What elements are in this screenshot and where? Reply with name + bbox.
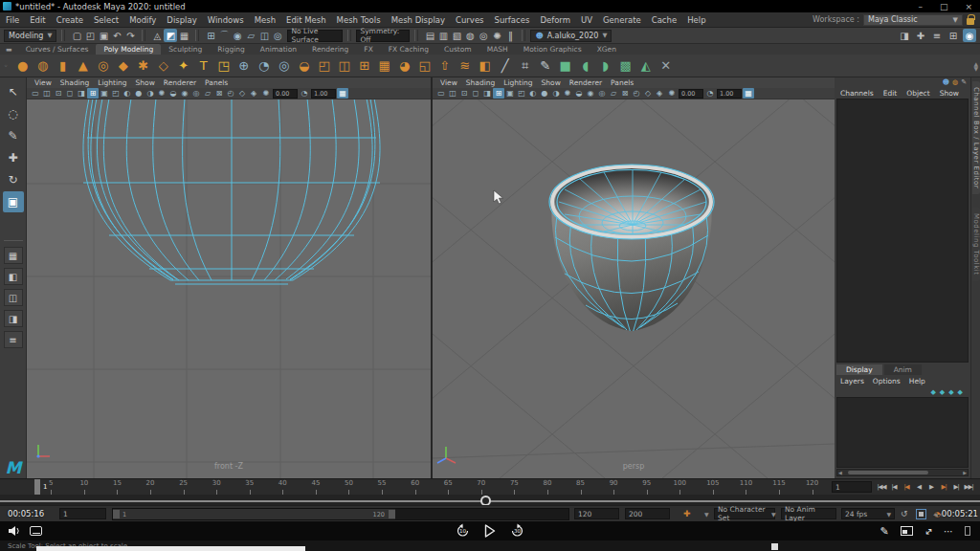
channel-box-menu-item[interactable]: Object <box>906 89 929 98</box>
shelf-tab[interactable]: Poly Modeling <box>96 44 161 55</box>
shelf-scroll[interactable]: ▲▼ <box>973 61 978 71</box>
picture-in-picture-icon[interactable] <box>901 526 913 536</box>
bookmark-icon[interactable]: ⊡ <box>458 88 470 99</box>
new-layer-from-selected-icon[interactable]: ◆ <box>958 388 963 396</box>
input-connections-icon[interactable]: ▤ <box>423 29 436 42</box>
auto-keyframe-icon[interactable] <box>916 509 926 519</box>
snap-view-icon[interactable]: ◫ <box>257 29 271 42</box>
viewport-menu-item[interactable]: Lighting <box>503 78 532 87</box>
xray-icon[interactable]: ◇ <box>236 88 248 99</box>
film-gate-icon[interactable]: ▣ <box>504 88 516 99</box>
shelf-options-icon[interactable]: ◦ <box>4 62 8 70</box>
fps-selector[interactable]: 24 fps▼ <box>841 508 895 519</box>
menu-item[interactable]: Edit <box>30 15 45 25</box>
four-view-layout[interactable]: ▦ <box>4 247 23 264</box>
anim-prefs-icon[interactable]: ◔ <box>934 510 941 518</box>
time-slider[interactable]: 5101520253035404550556065707580859095100… <box>0 478 980 495</box>
lighting-mode-icon[interactable]: ✺ <box>562 88 573 99</box>
attribute-editor-toggle-icon[interactable]: ◨ <box>898 29 911 42</box>
menu-set-selector[interactable]: Modeling▼ <box>4 30 56 42</box>
menu-item[interactable]: Surfaces <box>495 15 530 25</box>
forward-30-button[interactable]: 30 <box>510 523 525 539</box>
sweep-mesh-icon[interactable]: ✦ <box>174 56 192 75</box>
boolean-difference-icon[interactable]: ◖ <box>576 56 594 75</box>
tab-modeling-toolkit[interactable]: Modeling Toolkit <box>972 208 980 280</box>
layer-menu-item[interactable]: Help <box>909 377 925 386</box>
screen-ao-icon[interactable]: ◉ <box>179 88 190 99</box>
gamma-field[interactable]: 1.00 <box>717 89 742 99</box>
viewport-menu-item[interactable]: Show <box>542 78 561 87</box>
fullscreen-icon[interactable]: ↔ <box>922 524 935 538</box>
gamma-field[interactable]: 1.00 <box>311 89 336 99</box>
shelf-tab[interactable]: MASH <box>479 44 516 55</box>
field-chart-icon[interactable]: ◐ <box>122 88 133 99</box>
lit-toggle-icon[interactable]: ▦ <box>743 88 754 99</box>
shelf-tab[interactable]: FX <box>356 44 380 55</box>
quad-draw-icon[interactable]: ✎ <box>536 56 554 75</box>
playback-start-field[interactable]: 1 <box>59 508 106 519</box>
chevron-down-icon[interactable]: ▼ <box>771 511 776 518</box>
fill-hole-icon[interactable]: ▦ <box>375 56 393 75</box>
center-pivot-icon[interactable]: ◎ <box>275 56 293 75</box>
wireframe-on-shaded-icon[interactable]: ◈ <box>248 88 259 99</box>
menu-item[interactable]: Create <box>56 15 83 25</box>
symmetry-field[interactable]: Symmetry: Off <box>356 30 410 42</box>
live-surface-field[interactable]: No Live Surface <box>287 30 343 42</box>
character-set-field[interactable]: No Character Set <box>714 508 775 519</box>
layer-move-down-icon[interactable]: ◆ <box>940 388 945 396</box>
viewport-menu-item[interactable]: Renderer <box>164 78 196 87</box>
divider[interactable] <box>347 30 351 41</box>
viewport-menu-item[interactable]: Shading <box>466 78 495 87</box>
channel-box-menu-item[interactable]: Edit <box>883 89 898 98</box>
step-back-button[interactable]: |◀ <box>888 480 900 494</box>
new-empty-layer-icon[interactable]: ◆ <box>948 388 953 396</box>
snap-together-icon[interactable]: ◔ <box>255 56 273 75</box>
channel-box-menu-item[interactable]: Show <box>940 89 959 98</box>
viewport-menu-item[interactable]: Show <box>136 78 155 87</box>
poly-torus-icon[interactable]: ◎ <box>94 56 112 75</box>
depth-peeling-icon[interactable]: ⊠ <box>619 88 631 99</box>
redo-icon[interactable]: ↷ <box>123 29 137 42</box>
exposure-icon[interactable]: ✺ <box>666 88 678 99</box>
camera-attrs-icon[interactable]: ◫ <box>447 88 458 99</box>
minimize-button[interactable]: – <box>918 2 923 11</box>
camera-select-icon[interactable]: ▭ <box>30 88 41 99</box>
shelf-tab[interactable]: Custom <box>436 44 479 55</box>
play-backwards-button[interactable]: ◀ <box>913 480 924 494</box>
menu-item[interactable]: Windows <box>208 15 244 25</box>
isolate-select-icon[interactable]: ◴ <box>225 88 236 99</box>
gamma-icon[interactable]: ◔ <box>704 88 716 99</box>
layer-menu-item[interactable]: Options <box>873 377 901 386</box>
construction-history-icon[interactable]: ▧ <box>450 29 463 42</box>
speed-ramp-icon[interactable]: ◍ <box>952 78 958 86</box>
boolean-intersect-icon[interactable]: ◗ <box>596 56 614 75</box>
ipr-render-icon[interactable]: ◎ <box>477 29 490 42</box>
screen-ao-icon[interactable]: ◉ <box>585 88 596 99</box>
range-start-handle[interactable] <box>113 510 120 518</box>
divider[interactable] <box>414 30 418 41</box>
notes-pencil-icon[interactable]: ✎ <box>880 525 888 538</box>
insert-edge-loop-icon[interactable]: ⌗ <box>516 56 534 75</box>
menu-item[interactable]: Mesh <box>255 15 276 25</box>
hyperbuild-icon[interactable]: ✎ <box>961 78 967 86</box>
animation-end-field[interactable]: 120 <box>574 508 619 519</box>
shelf-tab[interactable]: Rendering <box>304 44 356 55</box>
pane-outliner-layout[interactable]: ◨ <box>4 310 23 327</box>
shadows-icon[interactable]: ◒ <box>573 88 585 99</box>
channel-box-list[interactable] <box>836 99 969 363</box>
textured-mode-icon[interactable]: ◑ <box>550 88 562 99</box>
open-scene-icon[interactable]: ◰ <box>83 29 97 42</box>
grid-toggle-icon[interactable]: ⊞ <box>87 88 99 99</box>
menu-item[interactable]: Mesh Display <box>391 15 445 25</box>
image-plane-icon[interactable]: ◻ <box>64 88 76 99</box>
outliner-toggle-icon[interactable]: ⊞ <box>947 29 960 42</box>
layer-menu-item[interactable]: Layers <box>840 377 864 386</box>
divider[interactable] <box>142 30 145 41</box>
menu-item[interactable]: Edit Mesh <box>286 15 326 25</box>
lit-toggle-icon[interactable]: ▦ <box>337 88 348 99</box>
poly-plane-icon[interactable]: ◆ <box>114 56 132 75</box>
shelf-tab[interactable]: Sculpting <box>161 44 210 55</box>
remesh-icon[interactable]: ▩ <box>616 56 635 75</box>
poly-sphere-icon[interactable]: ● <box>13 56 32 75</box>
platonic-solid-icon[interactable]: ◇ <box>154 56 172 75</box>
